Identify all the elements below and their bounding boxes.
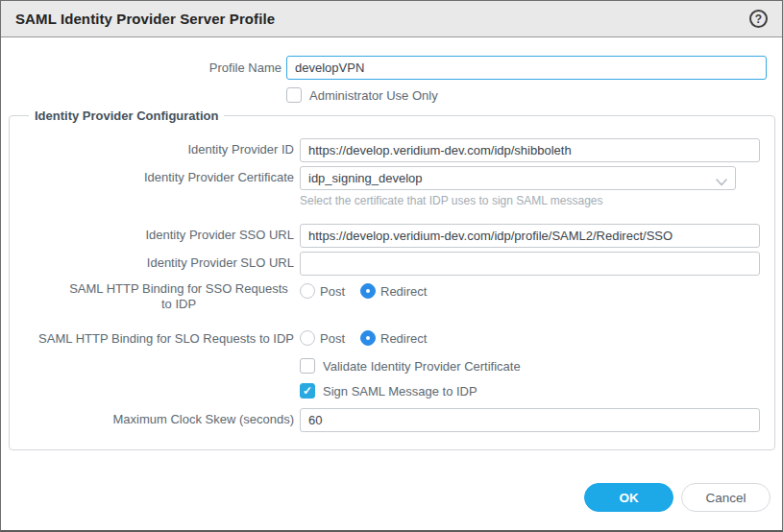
cancel-button[interactable]: Cancel (681, 483, 771, 512)
sso-binding-redirect-radio[interactable] (360, 283, 376, 299)
sso-binding-label: SAML HTTP Binding for SSO Requests to ID… (63, 281, 294, 312)
profile-name-label: Profile Name (1, 60, 281, 76)
sso-binding-post-label: Post (320, 284, 345, 299)
slo-binding-redirect-radio[interactable] (360, 330, 376, 346)
max-clock-skew-input[interactable] (300, 408, 760, 432)
idp-certificate-value: idp_signing_develop (308, 171, 423, 185)
validate-idp-certificate-label: Validate Identity Provider Certificate (323, 359, 521, 374)
idp-certificate-dropdown[interactable]: idp_signing_develop (300, 166, 736, 190)
cancel-button-label: Cancel (705, 491, 746, 505)
max-clock-skew-label: Maximum Clock Skew (seconds) (1, 412, 294, 427)
idp-slo-url-label: Identity Provider SLO URL (1, 255, 294, 271)
sign-saml-message-checkbox[interactable] (300, 383, 315, 399)
profile-name-input[interactable] (286, 56, 767, 80)
help-glyph: ? (755, 12, 762, 26)
slo-binding-label: SAML HTTP Binding for SLO Requests to ID… (1, 331, 294, 347)
sign-saml-message-label: Sign SAML Message to IDP (323, 384, 477, 399)
ok-button-label: OK (619, 491, 638, 505)
slo-binding-post-label: Post (320, 331, 345, 346)
validate-idp-certificate-checkbox[interactable] (300, 358, 315, 374)
dialog-header: SAML Identity Provider Server Profile ? (1, 1, 782, 37)
sso-binding-post-radio[interactable] (300, 283, 315, 299)
idp-sso-url-label: Identity Provider SSO URL (1, 228, 294, 243)
idp-slo-url-input[interactable] (300, 252, 760, 276)
slo-binding-post-radio[interactable] (300, 330, 315, 346)
chevron-down-icon (716, 175, 727, 189)
administrator-use-only-label: Administrator Use Only (309, 88, 438, 103)
idp-id-label: Identity Provider ID (1, 142, 294, 157)
ok-button[interactable]: OK (584, 483, 673, 512)
help-icon[interactable]: ? (749, 10, 768, 28)
slo-binding-redirect-label: Redirect (380, 331, 427, 346)
sso-binding-redirect-label: Redirect (380, 284, 427, 299)
administrator-use-only-checkbox[interactable] (286, 87, 302, 103)
idp-certificate-helper-text: Select the certificate that IDP uses to … (300, 194, 603, 207)
group-title: Identity Provider Configuration (29, 109, 224, 123)
idp-sso-url-input[interactable] (300, 224, 760, 248)
idp-id-input[interactable] (300, 138, 760, 162)
saml-idp-server-profile-dialog: SAML Identity Provider Server Profile ? … (0, 0, 783, 532)
idp-certificate-label: Identity Provider Certificate (1, 170, 294, 185)
dialog-title: SAML Identity Provider Server Profile (15, 11, 275, 27)
